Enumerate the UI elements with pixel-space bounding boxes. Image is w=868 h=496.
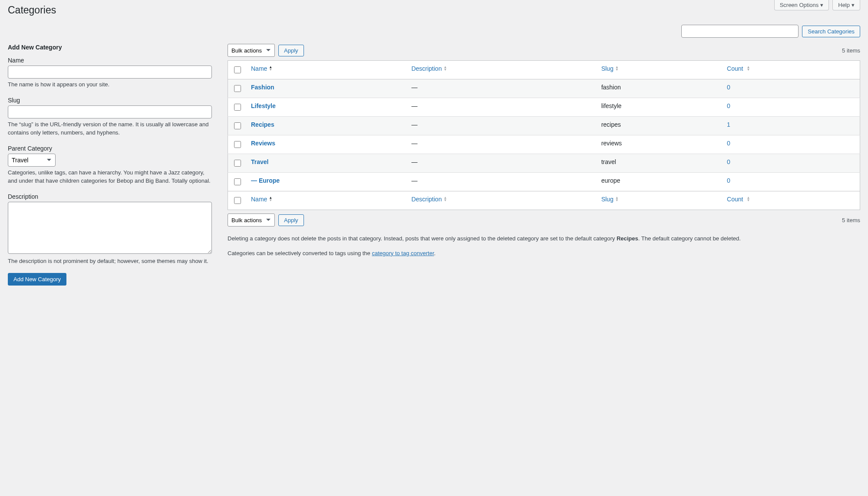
table-row: Reviews—reviews0 <box>228 135 860 154</box>
col-count-sort[interactable]: Count ▲▼ <box>727 65 750 72</box>
row-description: — <box>407 135 597 154</box>
row-count-link[interactable]: 0 <box>727 102 730 109</box>
delete-note: Deleting a category does not delete the … <box>228 234 860 243</box>
table-row: Lifestyle—lifestyle0 <box>228 98 860 117</box>
row-name-link[interactable]: Travel <box>251 158 268 165</box>
name-label: Name <box>8 57 212 64</box>
col-count-label: Count <box>727 65 743 72</box>
col-description-sort[interactable]: Description ▲▼ <box>411 65 447 72</box>
description-textarea[interactable] <box>8 202 212 254</box>
description-label: Description <box>8 193 212 200</box>
row-name-link[interactable]: Fashion <box>251 84 274 91</box>
parent-help: Categories, unlike tags, can have a hier… <box>8 168 212 185</box>
sort-icon: ▲▼ <box>269 66 272 71</box>
caret-down-icon: ▾ <box>851 2 855 8</box>
row-count-link[interactable]: 0 <box>727 158 730 165</box>
search-input[interactable] <box>681 25 799 38</box>
row-slug: travel <box>597 154 723 173</box>
col-count-sort-foot[interactable]: Count ▲▼ <box>727 196 750 203</box>
row-count-link[interactable]: 0 <box>727 84 730 91</box>
row-description: — <box>407 154 597 173</box>
parent-label: Parent Category <box>8 145 212 152</box>
sort-icon: ▲▼ <box>443 197 447 202</box>
col-description-label: Description <box>411 65 442 72</box>
name-help: The name is how it appears on your site. <box>8 80 212 89</box>
convert-note-post: . <box>434 250 436 256</box>
default-category-name: Recipes <box>617 235 638 242</box>
apply-button-bottom[interactable]: Apply <box>278 214 304 226</box>
row-name-link[interactable]: Recipes <box>251 121 274 128</box>
col-description-label: Description <box>411 196 442 203</box>
row-slug: recipes <box>597 117 723 135</box>
row-checkbox[interactable] <box>234 104 241 111</box>
row-description: — <box>407 173 597 191</box>
row-slug: reviews <box>597 135 723 154</box>
page-title: Categories <box>8 4 860 16</box>
form-heading: Add New Category <box>8 44 212 51</box>
search-button[interactable]: Search Categories <box>802 26 860 37</box>
table-row: Recipes—recipes1 <box>228 117 860 135</box>
col-slug-sort[interactable]: Slug ▲▼ <box>601 65 619 72</box>
delete-note-pre: Deleting a category does not delete the … <box>228 235 617 242</box>
sort-icon: ▲▼ <box>746 66 750 71</box>
screen-options-label: Screen Options <box>780 2 819 8</box>
col-name-label: Name <box>251 196 267 203</box>
col-slug-label: Slug <box>601 196 614 203</box>
bulk-actions-select-top[interactable]: Bulk actions <box>228 44 275 57</box>
sort-icon: ▲▼ <box>615 66 619 71</box>
row-checkbox[interactable] <box>234 160 241 167</box>
convert-note: Categories can be selectively converted … <box>228 249 860 258</box>
select-all-bottom[interactable] <box>234 197 241 204</box>
col-count-label: Count <box>727 196 743 203</box>
row-checkbox[interactable] <box>234 141 241 148</box>
row-name-link[interactable]: Lifestyle <box>251 102 276 109</box>
converter-link[interactable]: category to tag converter <box>372 250 434 256</box>
description-help: The description is not prominent by defa… <box>8 257 212 266</box>
row-slug: lifestyle <box>597 98 723 117</box>
row-count-link[interactable]: 0 <box>727 177 730 184</box>
row-name-link[interactable]: Reviews <box>251 140 275 147</box>
col-name-sort[interactable]: Name ▲▼ <box>251 65 272 72</box>
row-checkbox[interactable] <box>234 85 241 92</box>
sort-icon: ▲▼ <box>443 66 447 71</box>
row-slug: europe <box>597 173 723 191</box>
screen-options-button[interactable]: Screen Options ▾ <box>774 0 829 10</box>
select-all-top[interactable] <box>234 66 241 73</box>
caret-down-icon: ▾ <box>820 2 823 8</box>
col-slug-sort-foot[interactable]: Slug ▲▼ <box>601 196 619 203</box>
row-description: — <box>407 117 597 135</box>
slug-help: The “slug” is the URL-friendly version o… <box>8 120 212 137</box>
col-description-sort-foot[interactable]: Description ▲▼ <box>411 196 447 203</box>
table-row: Travel—travel0 <box>228 154 860 173</box>
row-count-link[interactable]: 0 <box>727 140 730 147</box>
parent-select[interactable]: Travel <box>8 154 56 167</box>
row-checkbox[interactable] <box>234 178 241 185</box>
help-label: Help <box>838 2 850 8</box>
row-description: — <box>407 98 597 117</box>
items-count-bottom: 5 items <box>842 217 860 223</box>
col-slug-label: Slug <box>601 65 614 72</box>
col-name-sort-foot[interactable]: Name ▲▼ <box>251 196 272 203</box>
help-button[interactable]: Help ▾ <box>832 0 860 10</box>
table-row: — Europe—europe0 <box>228 173 860 191</box>
sort-icon: ▲▼ <box>269 197 272 202</box>
sort-icon: ▲▼ <box>615 197 619 202</box>
row-slug: fashion <box>597 79 723 98</box>
slug-label: Slug <box>8 97 212 104</box>
slug-input[interactable] <box>8 105 212 118</box>
sort-icon: ▲▼ <box>746 197 750 202</box>
apply-button-top[interactable]: Apply <box>278 45 304 56</box>
col-name-label: Name <box>251 65 267 72</box>
bulk-actions-select-bottom[interactable]: Bulk actions <box>228 214 275 227</box>
delete-note-post: . The default category cannot be deleted… <box>638 235 741 242</box>
row-description: — <box>407 79 597 98</box>
name-input[interactable] <box>8 66 212 79</box>
row-count-link[interactable]: 1 <box>727 121 730 128</box>
items-count-top: 5 items <box>842 47 860 54</box>
row-checkbox[interactable] <box>234 122 241 129</box>
table-row: Fashion—fashion0 <box>228 79 860 98</box>
submit-button[interactable]: Add New Category <box>8 273 66 286</box>
convert-note-pre: Categories can be selectively converted … <box>228 250 372 256</box>
row-name-link[interactable]: — Europe <box>251 177 280 184</box>
